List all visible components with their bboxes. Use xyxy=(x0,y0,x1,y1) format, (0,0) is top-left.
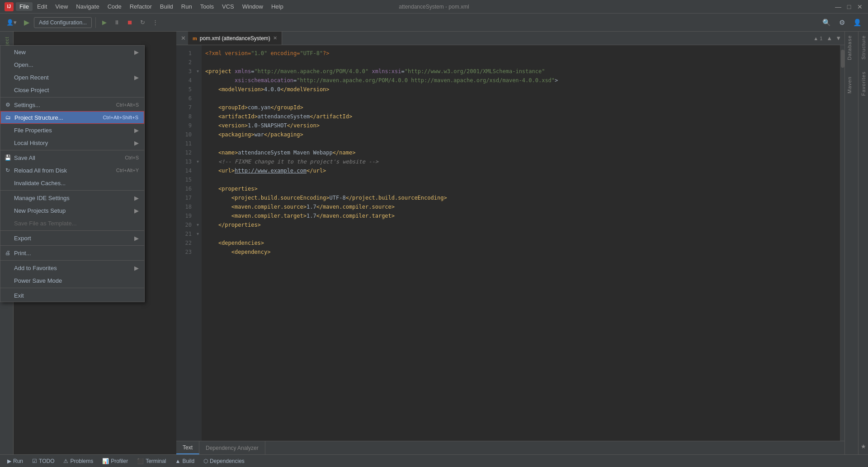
menu-sep-4 xyxy=(0,230,144,231)
user-button[interactable]: 👤 xyxy=(850,17,864,28)
open-recent-arrow-icon: ▶ xyxy=(134,74,139,81)
menu-reload[interactable]: ↻ Reload All from Disk Ctrl+Alt+Y xyxy=(0,164,144,177)
problems-icon: ⚠ xyxy=(63,458,68,464)
reload-button[interactable]: ↻ xyxy=(137,17,148,28)
menu-settings[interactable]: ⚙ Settings... Ctrl+Alt+S xyxy=(0,98,144,111)
editor-nav: ▲ 1 ▲ ▼ xyxy=(811,32,844,45)
tab-dependency-analyzer[interactable]: Dependency Analyzer xyxy=(199,441,265,454)
menu-edit[interactable]: Edit xyxy=(33,2,51,11)
structure-panel-label[interactable]: Structure xyxy=(860,32,867,63)
menu-tools[interactable]: Tools xyxy=(197,2,217,11)
tab-close-btn[interactable]: ✕ xyxy=(273,35,277,41)
menu-sep-2 xyxy=(0,150,144,150)
maven-panel-label[interactable]: Maven xyxy=(845,73,858,97)
menu-project-structure[interactable]: 🗂 Project Structure... Ctrl+Alt+Shift+S xyxy=(0,111,144,124)
maximize-button[interactable]: □ xyxy=(845,3,853,10)
code-line-17: <project.build.sourceEncoding>UTF-8</pro… xyxy=(205,193,840,202)
search-button[interactable]: 🔍 xyxy=(820,17,834,28)
database-panel-label[interactable]: Database xyxy=(845,32,858,64)
menu-exit[interactable]: Exit xyxy=(0,289,144,302)
title-bar: IJ File Edit View Navigate Code Refactor… xyxy=(0,0,868,14)
menu-sep-6 xyxy=(0,260,144,261)
tab-text[interactable]: Text xyxy=(176,441,199,454)
menu-window[interactable]: Window xyxy=(239,2,267,11)
pause-button[interactable]: ⏸ xyxy=(111,17,123,28)
fold-btn-3[interactable]: ▾ xyxy=(194,67,201,76)
code-line-2 xyxy=(205,58,840,67)
close-editor-btn[interactable]: ✕ xyxy=(179,32,188,45)
menu-open[interactable]: Open... xyxy=(0,58,144,71)
menu-power-save[interactable]: Power Save Mode xyxy=(0,274,144,287)
code-line-14: <url>http://www.example.com</url> xyxy=(205,166,840,175)
more-button[interactable]: ⋮ xyxy=(150,17,161,28)
code-content[interactable]: <?xml version="1.0" encoding="UTF-8"?> <… xyxy=(202,45,840,441)
menu-vcs[interactable]: VCS xyxy=(218,2,238,11)
file-properties-arrow-icon: ▶ xyxy=(134,127,139,134)
editor-area: ✕ m pom.xml (attendanceSystem) ✕ ▲ 1 ▲ ▼… xyxy=(176,32,844,454)
settings-button[interactable]: ⚙ xyxy=(836,17,848,28)
run-panel-btn[interactable]: ▶ ▶ Run Run xyxy=(4,457,27,465)
run-button[interactable]: ▶ xyxy=(99,17,109,28)
menu-close-project[interactable]: Close Project xyxy=(0,84,144,96)
fold-btn-22[interactable]: ▾ xyxy=(194,220,201,229)
code-line-16: <properties> xyxy=(205,184,840,193)
code-line-12: <name>attendanceSystem Maven Webapp</nam… xyxy=(205,148,840,157)
file-menu-overlay: New ▶ Open... Open Recent ▶ Close Projec… xyxy=(0,45,145,302)
code-line-6 xyxy=(205,94,840,103)
code-line-18: <maven.compiler.source>1.7</maven.compil… xyxy=(205,202,840,211)
close-button[interactable]: ✕ xyxy=(856,3,863,10)
minimize-button[interactable]: — xyxy=(835,3,842,10)
main-layout: Project New ▶ Open... Open Recent ▶ Clos… xyxy=(0,32,868,454)
menu-help[interactable]: Help xyxy=(268,2,287,11)
dependencies-panel-btn[interactable]: ⬡ Dependencies xyxy=(200,457,248,465)
terminal-panel-btn[interactable]: ⬛ Terminal xyxy=(133,457,170,465)
menu-build[interactable]: Build xyxy=(156,2,177,11)
code-line-1: <?xml version="1.0" encoding="UTF-8"?> xyxy=(205,49,840,58)
menu-code[interactable]: Code xyxy=(104,2,125,11)
toolbar-greenarrow-btn[interactable]: ▶ xyxy=(21,16,32,28)
menu-new-projects-setup[interactable]: New Projects Setup ▶ xyxy=(0,204,144,217)
line-numbers: 12345 678910 1112131415 1617181920 21222… xyxy=(176,45,194,441)
menu-local-history[interactable]: Local History ▶ xyxy=(0,136,144,149)
todo-panel-btn[interactable]: ☑ TODO xyxy=(28,457,58,465)
stop-button[interactable]: ⏹ xyxy=(124,17,136,28)
code-line-13: <!-- FIXME change it to the project's we… xyxy=(205,157,840,166)
menu-file[interactable]: File xyxy=(16,2,33,11)
add-configuration-button[interactable]: Add Configuration... xyxy=(34,17,92,28)
print-icon: 🖨 xyxy=(4,250,11,256)
menu-new[interactable]: New ▶ xyxy=(0,46,144,58)
star-icon[interactable]: ★ xyxy=(861,443,866,450)
code-line-20: </properties> xyxy=(205,220,840,229)
toolbar-profile-btn[interactable]: 👤▾ xyxy=(4,17,19,28)
menu-navigate[interactable]: Navigate xyxy=(72,2,103,11)
menu-run[interactable]: Run xyxy=(178,2,196,11)
vertical-scrollbar[interactable] xyxy=(840,45,844,441)
menu-add-favorites[interactable]: Add to Favorites ▶ xyxy=(0,262,144,274)
problems-panel-btn[interactable]: ⚠ Problems xyxy=(60,457,97,465)
code-line-9: <version>1.0-SNAPSHOT</version> xyxy=(205,121,840,130)
menu-manage-ide[interactable]: Manage IDE Settings ▶ xyxy=(0,191,144,204)
code-editor[interactable]: 12345 678910 1112131415 1617181920 21222… xyxy=(176,45,844,441)
nav-down-btn[interactable]: ▼ xyxy=(835,34,842,42)
toolbar-right: 🔍 ⚙ 👤 xyxy=(820,17,864,28)
editor-tab-pom[interactable]: m pom.xml (attendanceSystem) ✕ xyxy=(188,32,282,45)
fold-btn-16[interactable]: ▾ xyxy=(194,157,201,166)
menu-view[interactable]: View xyxy=(52,2,71,11)
menu-refactor[interactable]: Refactor xyxy=(126,2,156,11)
local-history-arrow-icon: ▶ xyxy=(134,140,139,146)
build-panel-btn[interactable]: ▲ Build xyxy=(172,457,198,465)
menu-save-all[interactable]: 💾 Save All Ctrl+S xyxy=(0,151,144,164)
menu-sep-7 xyxy=(0,288,144,288)
menu-open-recent[interactable]: Open Recent ▶ xyxy=(0,71,144,84)
favorites-panel-label[interactable]: Favorites xyxy=(860,68,867,99)
menu-invalidate-caches[interactable]: Invalidate Caches... xyxy=(0,177,144,189)
fold-btn-23[interactable]: ▾ xyxy=(194,229,201,238)
menu-file-properties[interactable]: File Properties ▶ xyxy=(0,124,144,136)
menu-export[interactable]: Export ▶ xyxy=(0,232,144,244)
menu-print[interactable]: 🖨 Print... xyxy=(0,247,144,259)
export-arrow-icon: ▶ xyxy=(134,235,139,242)
toolbar: 👤▾ ▶ Add Configuration... ▶ ⏸ ⏹ ↻ ⋮ 🔍 ⚙ … xyxy=(0,14,868,32)
nav-up-btn[interactable]: ▲ xyxy=(826,34,833,42)
code-line-11 xyxy=(205,139,840,148)
profiler-panel-btn[interactable]: 📊 Profiler xyxy=(99,457,132,465)
